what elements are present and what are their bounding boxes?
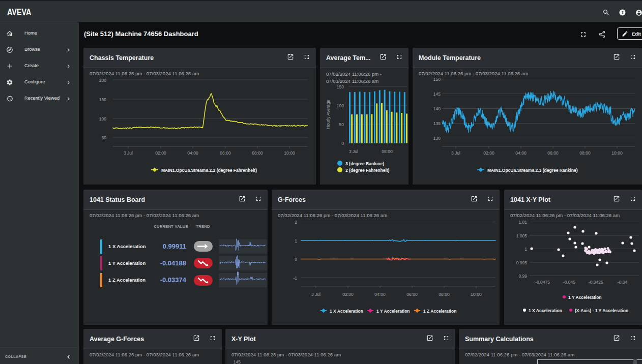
svg-text:06:00: 06:00 — [220, 150, 231, 156]
svg-text:150: 150 — [433, 77, 441, 82]
svg-text:02:00: 02:00 — [483, 150, 494, 156]
svg-text:1 Y Acceleration: 1 Y Acceleration — [376, 309, 410, 314]
svg-text:MAIN1.OpcUa.Streams.2.3 (degre: MAIN1.OpcUa.Streams.2.3 (degree Rankine) — [487, 168, 578, 173]
svg-text:08:00: 08:00 — [382, 149, 393, 154]
svg-text:145: 145 — [433, 92, 441, 97]
svg-text:04:00: 04:00 — [187, 150, 198, 156]
svg-text:130: 130 — [433, 136, 441, 141]
svg-text:3 Jul: 3 Jul — [451, 150, 460, 156]
svg-text:2 (degree Fahrenheit): 2 (degree Fahrenheit) — [345, 168, 390, 173]
svg-text:10:00: 10:00 — [611, 150, 623, 156]
svg-text:1 X Acceleration: 1 X Acceleration — [529, 308, 562, 313]
svg-text:200: 200 — [99, 78, 106, 83]
svg-text:04:00: 04:00 — [374, 292, 386, 297]
svg-text:10:00: 10:00 — [471, 292, 482, 297]
svg-text:?: ? — [621, 10, 624, 15]
svg-text:10:00: 10:00 — [284, 150, 295, 156]
svg-text:-0.04: -0.04 — [618, 280, 628, 285]
svg-text:150: 150 — [99, 97, 106, 102]
svg-text:1 Z Acceleration: 1 Z Acceleration — [423, 309, 456, 314]
svg-text:50: 50 — [339, 122, 344, 127]
svg-text:-0.045: -0.045 — [563, 280, 575, 285]
svg-text:50: 50 — [102, 135, 107, 140]
svg-text:0: 0 — [341, 141, 344, 146]
svg-text:08:00: 08:00 — [252, 150, 263, 156]
svg-text:3 Jul: 3 Jul — [311, 292, 320, 297]
svg-text:0.995: 0.995 — [516, 260, 528, 265]
svg-text:3 (degree Rankine): 3 (degree Rankine) — [345, 161, 384, 166]
svg-text:0.99: 0.99 — [518, 274, 527, 279]
svg-text:02:00: 02:00 — [342, 292, 354, 297]
svg-text:1 X Acceleration: 1 X Acceleration — [330, 309, 363, 314]
svg-text:08:00: 08:00 — [439, 292, 450, 297]
svg-text:Hourly Average: Hourly Average — [326, 100, 331, 129]
svg-text:150: 150 — [337, 84, 344, 89]
svg-text:1 Y Acceleration: 1 Y Acceleration — [568, 295, 602, 300]
svg-text:1: 1 — [295, 238, 297, 244]
svg-text:-0.0475: -0.0475 — [535, 280, 550, 285]
svg-text:(X-Axis) - 1 Y Acceleration: (X-Axis) - 1 Y Acceleration — [575, 308, 628, 313]
svg-text:06:00: 06:00 — [406, 292, 418, 297]
svg-text:140: 140 — [433, 106, 441, 111]
svg-text:2: 2 — [295, 220, 297, 225]
svg-text:MAIN1.OpcUa.Streams.2.2 (degre: MAIN1.OpcUa.Streams.2.2 (degree Fahrenhe… — [161, 168, 257, 173]
svg-text:1.01: 1.01 — [518, 220, 527, 225]
svg-text:135: 135 — [433, 121, 441, 126]
svg-text:3 Jul: 3 Jul — [124, 150, 133, 156]
svg-text:08:00: 08:00 — [579, 150, 591, 156]
svg-text:100: 100 — [99, 116, 106, 122]
svg-text:1.005: 1.005 — [516, 233, 528, 238]
svg-text:06:00: 06:00 — [547, 150, 559, 156]
svg-text:-0.0425: -0.0425 — [589, 280, 603, 285]
svg-text:3 Jul: 3 Jul — [349, 149, 358, 154]
svg-text:-1: -1 — [293, 276, 297, 281]
svg-text:04:00: 04:00 — [515, 150, 527, 156]
svg-text:1: 1 — [524, 247, 527, 252]
svg-text:100: 100 — [337, 103, 344, 108]
svg-text:0: 0 — [295, 257, 297, 262]
svg-text:02:00: 02:00 — [155, 150, 166, 156]
